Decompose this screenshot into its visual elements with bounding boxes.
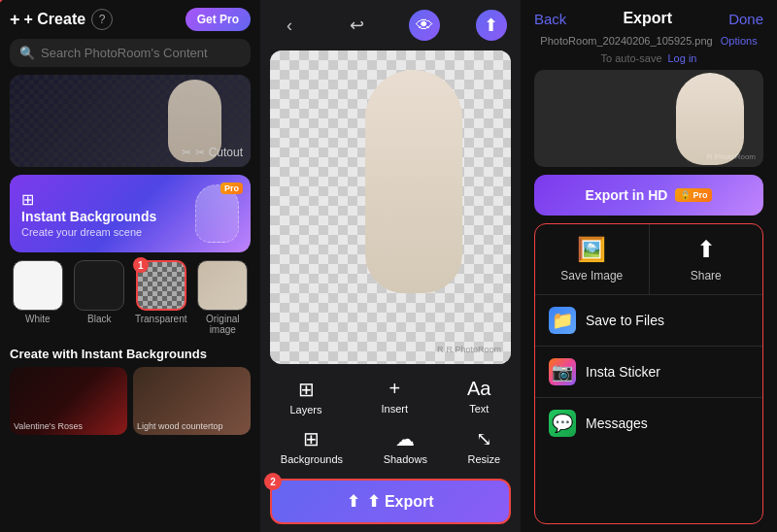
toolbar-shadows[interactable]: ☁ Shadows bbox=[374, 421, 437, 471]
shadows-icon: ☁ bbox=[395, 427, 415, 450]
photos-icon: 🖼️ bbox=[577, 236, 606, 263]
create-label: + Create bbox=[24, 11, 86, 28]
left-panel: + + Create ? Get Pro 🔍 ✂ ✂ Cutout ⊞ Inst… bbox=[0, 0, 260, 532]
preview-roses[interactable]: Valentine's Roses bbox=[10, 367, 127, 435]
insta-sticker-option[interactable]: 📷 Insta Sticker bbox=[535, 347, 762, 398]
transparent-swatch: 1 bbox=[136, 260, 186, 311]
bg-option-white[interactable]: White bbox=[10, 260, 66, 335]
eye-button[interactable]: 👁 bbox=[409, 10, 440, 41]
subject-figure bbox=[365, 70, 462, 293]
autosave-text: To auto-save bbox=[601, 52, 662, 64]
background-options: White Black 1 Transparent Original image bbox=[10, 260, 251, 335]
original-swatch bbox=[197, 260, 248, 311]
cutout-label: ✂ ✂ Cutout bbox=[182, 146, 243, 159]
share-label: Share bbox=[691, 269, 722, 283]
transparent-label: Transparent bbox=[135, 314, 187, 324]
top-bar: + + Create ? Get Pro bbox=[0, 0, 260, 39]
right-panel: Back Export Done PhotoRoom_20240206_1059… bbox=[521, 0, 777, 532]
save-to-files-option[interactable]: 📁 Save to Files bbox=[535, 295, 762, 347]
resize-label: Resize bbox=[468, 453, 501, 465]
files-icon: 📁 bbox=[549, 307, 576, 334]
lock-icon: 🔒 bbox=[680, 190, 691, 200]
wood-label: Light wood countertop bbox=[137, 421, 223, 431]
done-button[interactable]: Done bbox=[728, 11, 763, 27]
original-label: Original image bbox=[195, 314, 252, 335]
checkerboard-background: RR PhotoRoom bbox=[270, 50, 511, 364]
create-with-title: Create with Instant Backgrounds bbox=[0, 343, 260, 367]
insert-icon: + bbox=[388, 378, 400, 400]
white-swatch bbox=[13, 260, 63, 311]
get-pro-button[interactable]: Get Pro bbox=[186, 8, 251, 31]
banner-text: ⊞ Instant Backgrounds Create your dream … bbox=[21, 190, 156, 238]
roses-label: Valentine's Roses bbox=[14, 421, 83, 431]
export-filename: PhotoRoom_20240206_105925.png bbox=[540, 35, 712, 47]
share-top-button[interactable]: ⬆ bbox=[476, 10, 507, 41]
toolbar-text[interactable]: Aa Text bbox=[457, 372, 500, 421]
export-button-wrap: 2 ⬆ ⬆ Export bbox=[270, 479, 511, 524]
preview-images: Valentine's Roses Light wood countertop bbox=[10, 367, 251, 435]
back-button[interactable]: Back bbox=[534, 11, 566, 27]
insert-label: Insert bbox=[382, 403, 409, 415]
backgrounds-icon: ⊞ bbox=[303, 427, 320, 450]
bg-option-transparent[interactable]: 1 Transparent bbox=[133, 260, 189, 335]
instant-backgrounds-banner[interactable]: ⊞ Instant Backgrounds Create your dream … bbox=[10, 175, 251, 252]
toolbar-row-2: ⊞ Backgrounds ☁ Shadows ⤡ Resize bbox=[260, 421, 521, 471]
toolbar-backgrounds[interactable]: ⊞ Backgrounds bbox=[271, 421, 353, 471]
resize-icon: ⤡ bbox=[476, 427, 492, 450]
backgrounds-label: Backgrounds bbox=[281, 453, 343, 465]
thumb-watermark: R PhotoRoom bbox=[707, 152, 756, 161]
middle-top-bar: ‹ ↩ 👁 ⬆ bbox=[260, 0, 521, 50]
options-button[interactable]: Options bbox=[721, 35, 758, 47]
preview-wood[interactable]: Light wood countertop bbox=[133, 367, 251, 435]
text-icon: Aa bbox=[467, 378, 490, 400]
search-input[interactable] bbox=[41, 46, 241, 60]
export-header: Back Export Done bbox=[521, 0, 777, 33]
bg-option-original[interactable]: Original image bbox=[195, 260, 252, 335]
layers-label: Layers bbox=[289, 404, 321, 416]
save-to-files-label: Save to Files bbox=[586, 313, 664, 328]
export-button[interactable]: ⬆ ⬆ Export bbox=[270, 479, 511, 524]
autosave-row: To auto-save Log in bbox=[521, 50, 777, 70]
banner-icon: ⊞ bbox=[21, 190, 156, 209]
banner-subtitle: Create your dream scene bbox=[21, 226, 156, 238]
black-swatch bbox=[74, 260, 124, 311]
white-label: White bbox=[25, 314, 51, 324]
share-icon: ⬆ bbox=[696, 236, 716, 263]
hd-pro-badge: 🔒 Pro bbox=[675, 188, 712, 202]
export-label: ⬆ Export bbox=[367, 492, 433, 511]
login-link[interactable]: Log in bbox=[668, 52, 697, 64]
plus-icon: + bbox=[10, 10, 20, 30]
toolbar-layers[interactable]: ⊞ Layers bbox=[280, 372, 331, 421]
export-hd-button[interactable]: Export in HD 🔒 Pro bbox=[534, 175, 763, 216]
export-panel-title: Export bbox=[623, 10, 672, 27]
shadows-label: Shadows bbox=[384, 453, 427, 465]
search-icon: 🔍 bbox=[19, 46, 35, 60]
export-preview-thumb: R PhotoRoom bbox=[534, 70, 763, 167]
toolbar-insert[interactable]: + Insert bbox=[372, 372, 419, 421]
canvas-watermark: RR PhotoRoom bbox=[437, 345, 501, 354]
share-option[interactable]: ⬆ Share bbox=[650, 224, 763, 294]
bottom-toolbar: ⊞ Layers + Insert Aa Text ⊞ Backgrounds … bbox=[260, 364, 521, 475]
middle-panel: ‹ ↩ 👁 ⬆ RR PhotoRoom ⊞ Layers + Insert A… bbox=[260, 0, 521, 532]
scissors-icon: ✂ bbox=[182, 146, 191, 159]
save-image-label: Save Image bbox=[560, 269, 623, 283]
messages-label: Messages bbox=[586, 416, 648, 431]
back-nav-button[interactable]: ‹ bbox=[274, 10, 305, 41]
instagram-icon: 📷 bbox=[549, 358, 576, 385]
save-share-grid: 🖼️ Save Image ⬆ Share bbox=[535, 224, 762, 295]
export-options-panel: 3 🖼️ Save Image ⬆ Share 📁 Save to Files … bbox=[534, 223, 763, 524]
undo-button[interactable]: ↩ bbox=[341, 10, 372, 41]
save-image-option[interactable]: 🖼️ Save Image bbox=[535, 224, 650, 294]
messages-icon: 💬 bbox=[549, 410, 576, 437]
create-button[interactable]: + + Create bbox=[10, 10, 85, 30]
pro-badge: Pro bbox=[220, 183, 243, 194]
search-bar[interactable]: 🔍 bbox=[10, 39, 251, 67]
selection-badge: 1 bbox=[133, 257, 149, 273]
bg-option-black[interactable]: Black bbox=[72, 260, 128, 335]
help-button[interactable]: ? bbox=[91, 9, 113, 30]
messages-option[interactable]: 💬 Messages bbox=[535, 398, 762, 449]
toolbar-resize[interactable]: ⤡ Resize bbox=[458, 421, 511, 471]
cutout-section[interactable]: ✂ ✂ Cutout bbox=[10, 75, 251, 167]
black-label: Black bbox=[87, 314, 111, 324]
filename-row: PhotoRoom_20240206_105925.png Options bbox=[521, 33, 777, 50]
